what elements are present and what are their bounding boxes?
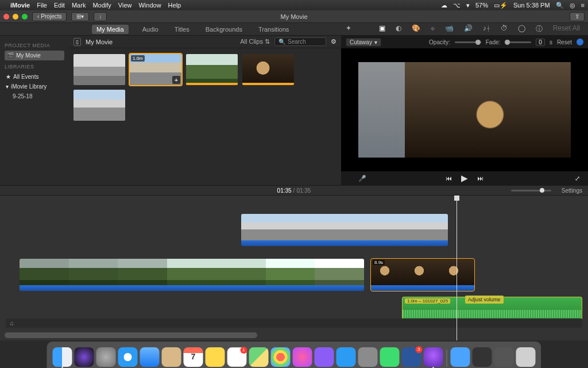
voiceover-icon[interactable]: 🎤 [358,175,366,182]
zoom-window-button[interactable] [22,14,28,20]
auto-enhance-icon[interactable]: ✦ [343,23,354,35]
import-button[interactable]: ↓ [94,12,107,21]
tab-backgrounds[interactable]: Backgrounds [203,25,245,34]
app-menu[interactable]: iMovie [10,2,30,9]
color-correction-icon[interactable]: 🎨 [409,23,423,35]
dock-maps[interactable] [249,347,269,367]
window-traffic-lights[interactable] [3,14,28,20]
dock-messages[interactable] [380,347,400,367]
sidebar-library[interactable]: ▾iMovie Library [5,82,64,91]
dock-mail[interactable] [140,347,160,367]
color-balance-icon[interactable]: ◐ [393,23,404,35]
menu-view[interactable]: View [118,2,132,9]
fullscreen-icon[interactable]: ⤢ [575,175,580,182]
menu-window[interactable]: Window [138,2,161,9]
dock-calendar[interactable]: 7 [184,347,203,367]
stabilization-icon[interactable]: 📹 [443,23,456,35]
minimize-window-button[interactable] [13,14,18,20]
apply-checkbox[interactable] [577,39,583,45]
menu-help[interactable]: Help [168,2,181,9]
menu-modify[interactable]: Modify [92,2,111,9]
clock[interactable]: Sun 5:38 PM [513,2,550,9]
volume-icon[interactable]: 🔊 [462,23,475,35]
clip-appearance-icon[interactable]: ⚙ [331,38,336,45]
menu-file[interactable]: File [37,2,47,9]
clip-filter-dropdown[interactable]: All Clips ⇅ [240,38,270,45]
tab-my-media[interactable]: My Media [92,25,129,34]
timeline[interactable]: 8.9s 1.0m – 101027_025 Adjust volume ♫ [0,195,588,340]
tab-titles[interactable]: Titles [172,25,192,34]
dock-safari[interactable] [118,347,138,367]
sidebar-project-item[interactable]: 🎬My Movie [5,51,64,60]
sidebar-all-events[interactable]: ★All Events [5,72,64,82]
dock-photos[interactable] [271,347,291,367]
timeline-settings-button[interactable]: Settings [562,187,582,194]
dock-folder[interactable] [473,347,492,367]
dock-launchpad[interactable] [96,347,116,367]
dock-word[interactable]: 3 [402,347,421,367]
close-window-button[interactable] [3,14,9,20]
play-button[interactable]: ▶ [461,173,468,183]
info-icon[interactable]: ⓘ [533,23,545,35]
disclosure-triangle-icon[interactable]: ▾ [6,83,9,90]
dock-downloads[interactable] [451,347,470,367]
library-list-button[interactable]: ⊞▾ [71,12,89,21]
zoom-slider[interactable] [511,190,551,191]
speed-icon[interactable]: ⏱ [498,23,510,35]
dock-appstore[interactable] [336,347,356,367]
control-center-icon[interactable]: ◎ [570,2,575,9]
clip-thumbnail[interactable] [74,90,125,121]
music-well[interactable]: ♫ [6,319,582,328]
search-input[interactable]: 🔍Search [274,37,326,46]
dock-notes[interactable] [206,347,225,367]
tab-audio[interactable]: Audio [140,25,161,34]
spotlight-icon[interactable]: 🔍 [556,2,564,9]
dock-trash[interactable] [516,347,536,367]
dock-siri[interactable] [75,347,94,367]
dock-itunes[interactable] [293,347,312,367]
opacity-slider[interactable] [455,41,481,43]
overlay-mode-dropdown[interactable]: Cutaway ▾ [346,38,381,47]
back-to-projects-button[interactable]: ‹ Projects [32,12,67,21]
chevron-updown-icon: ⇅ [265,38,270,45]
notification-center-icon[interactable]: ≡ [581,2,585,9]
menu-edit[interactable]: Edit [54,2,65,9]
prev-clip-button[interactable]: ⏮ [446,175,452,182]
overlay-controls-icon[interactable]: ▣ [377,23,388,35]
dock-imovie[interactable] [424,347,443,367]
fade-slider[interactable] [505,41,531,43]
clip-thumbnail[interactable] [186,54,238,85]
clip-thumbnail[interactable]: 1.0m + [130,54,181,85]
playhead[interactable] [457,195,457,340]
clip-thumbnail[interactable] [74,54,125,85]
battery-icon[interactable]: ▭⚡ [494,2,508,9]
dock-system-preferences[interactable] [358,347,378,367]
preview-canvas[interactable] [341,48,588,171]
content-layout-icon[interactable]: ▯ [74,38,81,46]
dock-minimized-window[interactable] [494,347,514,367]
sidebar-event[interactable]: 9-25-18 [5,91,64,101]
noise-eq-icon[interactable]: ♪⟊ [481,23,493,35]
reset-all-button[interactable]: Reset All [551,23,582,35]
share-button[interactable]: ⇪ [570,12,585,21]
clip-thumbnail[interactable] [242,54,294,85]
reset-button[interactable]: Reset [557,39,572,45]
next-clip-button[interactable]: ⏭ [477,175,483,182]
user-switch-icon[interactable]: ⌥ [453,2,461,9]
timeline-clip-cafe[interactable]: 8.9s [371,259,474,291]
dock-finder[interactable] [53,347,72,367]
dock-contacts[interactable] [162,347,181,367]
timeline-clip-cutaway[interactable] [241,214,448,246]
menu-mark[interactable]: Mark [72,2,86,9]
dock-reminders[interactable]: 1 [227,347,247,367]
clip-filter-icon[interactable]: ◯ [516,23,528,35]
dock-podcasts[interactable] [315,347,334,367]
wifi-icon[interactable]: ▾ [466,2,470,9]
fade-value[interactable]: 0 [536,39,545,46]
tab-transitions[interactable]: Transitions [256,25,291,34]
timeline-scrollbar[interactable] [5,332,257,338]
cloud-icon[interactable]: ☁︎ [441,2,447,9]
crop-icon[interactable]: ⟐ [428,23,437,35]
timeline-clip-primary[interactable] [20,259,364,291]
add-clip-button[interactable]: + [172,76,180,84]
